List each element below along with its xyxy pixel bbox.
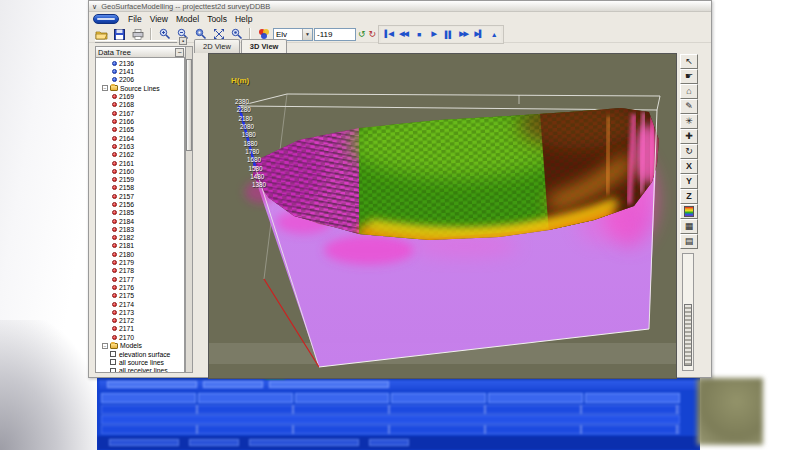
tree-item[interactable]: 2182 (96, 234, 184, 242)
data-tree-title: Data Tree (98, 48, 131, 57)
z-axis-view-button[interactable]: Z (680, 189, 698, 204)
tree-item[interactable]: 2161 (96, 159, 184, 167)
move-mode-button[interactable]: ✚ (680, 129, 698, 144)
tree-item[interactable]: 2169 (96, 92, 184, 100)
refresh-green-icon[interactable]: ↺ (358, 30, 366, 39)
receiver-point-icon (112, 61, 117, 66)
checkbox[interactable] (110, 351, 116, 357)
step-back-button[interactable]: ◀◀ (396, 27, 411, 42)
tree-item[interactable]: 2171 (96, 325, 184, 333)
tree-item[interactable]: 2185 (96, 209, 184, 217)
skip-end-button[interactable]: ▶▌ (471, 27, 486, 42)
print-view-button[interactable]: ▤ (680, 234, 698, 249)
menu-item[interactable]: Help (231, 13, 256, 25)
tree-item[interactable]: 2162 (96, 151, 184, 159)
colormap-button[interactable] (680, 204, 698, 219)
render-mesh-button[interactable]: ✳ (680, 114, 698, 129)
collapse-panel-button[interactable]: − (175, 48, 184, 57)
tree-item[interactable]: 2172 (96, 317, 184, 325)
tree-item[interactable]: 2175 (96, 292, 184, 300)
tree-item[interactable]: 2184 (96, 217, 184, 225)
menu-item[interactable]: File (124, 13, 146, 25)
viewport-3d[interactable]: H(m) 23802280218020801980188017801680158… (208, 53, 677, 379)
checkbox[interactable] (110, 359, 116, 365)
menu-item[interactable]: Model (172, 13, 203, 25)
background-table-window[interactable] (97, 378, 700, 450)
panel-grip-button[interactable]: ▪ (179, 37, 187, 45)
tree-item[interactable]: 2158 (96, 184, 184, 192)
tree-item[interactable]: 2176 (96, 283, 184, 291)
view-tab[interactable]: 3D View (241, 39, 288, 53)
data-tree[interactable]: 213621412206 − Source Lines 216921682167… (95, 58, 185, 373)
eject-button[interactable]: ▲ (486, 27, 501, 42)
app-logo (93, 14, 119, 24)
menu-item[interactable]: View (146, 13, 172, 25)
tree-item[interactable]: 2164 (96, 134, 184, 142)
tree-item[interactable]: 2166 (96, 117, 184, 125)
select-cursor-button[interactable]: ↖ (680, 54, 698, 69)
menu-item[interactable]: Tools (203, 13, 231, 25)
axis-tick: 2180 (238, 115, 252, 123)
receiver-point-icon (112, 69, 117, 74)
pan-hand-button[interactable]: ☛ (680, 69, 698, 84)
tree-item[interactable]: 2183 (96, 225, 184, 233)
x-axis-view-button[interactable]: X (680, 159, 698, 174)
tree-scrollbar-thumb[interactable] (186, 59, 192, 151)
tree-item[interactable]: 2165 (96, 126, 184, 134)
y-axis-view-button[interactable]: Y (680, 174, 698, 189)
tree-item[interactable]: 2157 (96, 192, 184, 200)
tree-item[interactable]: 2159 (96, 175, 184, 183)
source-point-icon (112, 210, 117, 215)
tree-folder-models[interactable]: − Models (96, 341, 184, 350)
view-tab[interactable]: 2D View (194, 39, 240, 53)
tree-item[interactable]: 2156 (96, 200, 184, 208)
tree-item[interactable]: 2167 (96, 109, 184, 117)
view-scrollbar[interactable] (682, 253, 694, 371)
checkbox[interactable] (110, 368, 116, 373)
set-home-view-button[interactable]: ✎ (680, 99, 698, 114)
chevron-down-icon[interactable]: ▼ (302, 29, 312, 40)
model-tree-item[interactable]: all source lines (96, 358, 184, 366)
model-tree-item[interactable]: elevation surface (96, 350, 184, 358)
tree-item[interactable]: 2173 (96, 308, 184, 316)
tree-item[interactable]: 2180 (96, 250, 184, 258)
tree-item[interactable]: 2168 (96, 101, 184, 109)
skip-start-button[interactable]: ▌◀ (381, 27, 396, 42)
tree-item[interactable]: 2170 (96, 333, 184, 341)
tree-item[interactable]: 2141 (96, 67, 184, 75)
source-point-icon (112, 326, 117, 331)
tree-folder-source-lines[interactable]: − Source Lines (96, 84, 184, 93)
window-chevron-icon[interactable]: ∨ (92, 3, 97, 10)
fast-forward-button[interactable]: ▶▶ (456, 27, 471, 42)
tree-item[interactable]: 2174 (96, 300, 184, 308)
app-window: ∨ GeoSurfaceModelling -- projecttest2d s… (88, 0, 712, 378)
expand-icon[interactable]: − (102, 343, 108, 349)
model-tree-item[interactable]: all receiver lines (96, 367, 184, 373)
refresh-red-icon[interactable]: ↻ (369, 30, 377, 39)
source-point-icon (112, 302, 117, 307)
pause-button[interactable]: ▌▌ (441, 27, 456, 42)
tree-item[interactable]: 2136 (96, 59, 184, 67)
source-point-icon (112, 227, 117, 232)
tree-item[interactable]: 2206 (96, 76, 184, 84)
elevation-value-field[interactable]: -119 (314, 28, 356, 41)
tree-item[interactable]: 2163 (96, 142, 184, 150)
source-point-icon (112, 119, 117, 124)
tree-item[interactable]: 2179 (96, 258, 184, 266)
titlebar[interactable]: ∨ GeoSurfaceModelling -- projecttest2d s… (89, 1, 711, 12)
tree-item[interactable]: 2177 (96, 275, 184, 283)
snapshot-button[interactable]: ▦ (680, 219, 698, 234)
play-button[interactable]: ▶ (426, 27, 441, 42)
home-view-button[interactable]: ⌂ (680, 84, 698, 99)
tree-item[interactable]: 2178 (96, 267, 184, 275)
axis-tick: 1680 (247, 156, 261, 164)
rotate-mode-button[interactable]: ↻ (680, 144, 698, 159)
expand-icon[interactable]: − (102, 85, 108, 91)
tree-scrollbar[interactable] (185, 46, 193, 373)
view-scrollbar-thumb[interactable] (684, 304, 692, 366)
source-point-icon (112, 219, 117, 224)
tree-item[interactable]: 2160 (96, 167, 184, 175)
panel-grip[interactable]: ▪ (95, 37, 187, 45)
stop-button[interactable]: ■ (411, 27, 426, 42)
tree-item[interactable]: 2181 (96, 242, 184, 250)
